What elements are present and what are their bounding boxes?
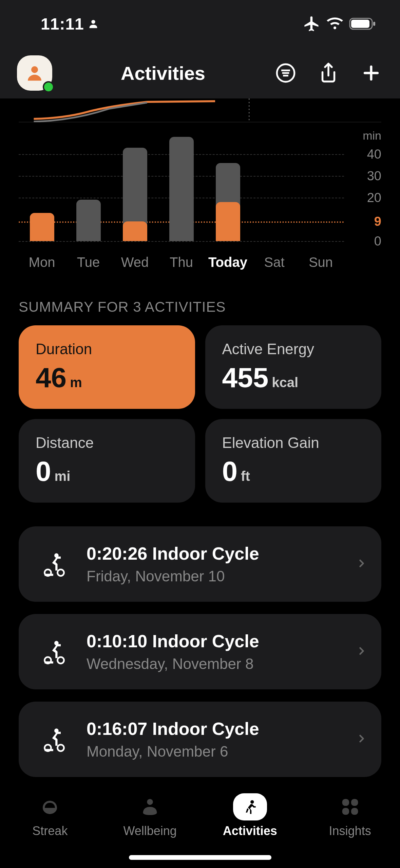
filter-button[interactable]: [274, 61, 298, 85]
metric-card-elevation-gain[interactable]: Elevation Gain0ft: [205, 419, 382, 503]
metric-value: 455: [222, 362, 269, 394]
airplane-mode-icon: [303, 15, 321, 33]
share-icon: [318, 62, 339, 84]
share-button[interactable]: [317, 61, 340, 85]
chevron-right-icon: [356, 733, 368, 746]
baseline-label: 9: [351, 214, 381, 229]
svg-rect-21: [351, 808, 358, 815]
tab-wellbeing[interactable]: Wellbeing: [100, 793, 200, 838]
svg-point-12: [58, 657, 64, 664]
metric-card-distance[interactable]: Distance0mi: [19, 419, 195, 503]
activity-title: 0:20:26 Indoor Cycle: [87, 543, 339, 564]
svg-rect-2: [351, 20, 369, 28]
bar-total: [169, 137, 194, 241]
activity-row[interactable]: 0:20:26 Indoor CycleFriday, November 10: [19, 526, 381, 602]
svg-point-0: [91, 20, 95, 24]
tab-label: Streak: [32, 824, 68, 838]
activity-row[interactable]: 0:16:07 Indoor CycleMonday, November 6: [19, 702, 381, 777]
svg-point-17: [250, 800, 254, 803]
metric-unit: kcal: [272, 375, 298, 390]
battery-icon: [349, 17, 376, 31]
day-label: Sun: [301, 255, 341, 270]
bar-highlighted: [123, 221, 147, 241]
day-label: Sat: [254, 255, 295, 270]
metric-label: Duration: [36, 341, 178, 358]
metric-label: Active Energy: [222, 341, 365, 358]
insights-icon: [337, 793, 364, 820]
tab-insights[interactable]: Insights: [300, 793, 400, 838]
day-label: Mon: [22, 255, 62, 270]
metric-unit: m: [70, 375, 82, 390]
activity-title: 0:16:07 Indoor Cycle: [87, 719, 339, 739]
metric-unit: ft: [241, 469, 250, 484]
svg-point-4: [31, 66, 38, 73]
line-chart-icon: [19, 98, 381, 122]
activity-date: Wednesday, November 8: [87, 655, 339, 672]
metric-card-duration[interactable]: Duration46m: [19, 325, 195, 409]
add-button[interactable]: [359, 61, 383, 85]
gridline: [19, 241, 344, 242]
streak-icon: [36, 793, 63, 820]
online-status-dot: [43, 81, 54, 93]
tab-activities[interactable]: Activities: [200, 793, 300, 838]
chart-time-label: 00:00: [330, 98, 361, 100]
svg-rect-19: [351, 799, 358, 806]
status-time: 11:11: [41, 15, 84, 33]
avatar-icon: [24, 63, 45, 83]
wellbeing-icon: [136, 793, 164, 820]
svg-point-15: [58, 745, 64, 751]
svg-point-9: [58, 569, 64, 576]
metric-label: Elevation Gain: [222, 434, 365, 451]
tab-label: Insights: [329, 824, 371, 838]
svg-rect-18: [342, 799, 349, 806]
tab-label: Wellbeing: [123, 824, 176, 838]
indoor-cycle-icon: [39, 636, 70, 667]
day-label: Thu: [161, 255, 202, 270]
svg-point-16: [147, 799, 153, 805]
svg-rect-20: [342, 808, 349, 815]
page-title: Activities: [62, 62, 264, 84]
person-icon: [88, 18, 99, 30]
chevron-right-icon: [356, 645, 368, 658]
metric-unit: mi: [55, 469, 71, 484]
svg-rect-3: [373, 22, 375, 26]
metric-value: 46: [36, 362, 66, 394]
status-bar: 11:11: [0, 0, 400, 48]
activity-row[interactable]: 0:10:10 Indoor CycleWednesday, November …: [19, 614, 381, 689]
chevron-right-icon: [356, 557, 368, 571]
day-label: Tue: [68, 255, 109, 270]
metric-value: 0: [222, 455, 238, 487]
day-label: Wed: [115, 255, 155, 270]
bar-highlighted: [216, 202, 240, 241]
y-tick-label: 20: [351, 191, 381, 205]
plus-icon: [362, 64, 381, 83]
metric-card-active-energy[interactable]: Active Energy455kcal: [205, 325, 382, 409]
activity-title: 0:10:10 Indoor Cycle: [87, 631, 339, 651]
bar-total: [76, 200, 101, 241]
weekly-chart[interactable]: 00:00 min 02030409 MonTueWedThuTodaySatS…: [0, 98, 400, 275]
indoor-cycle-icon: [39, 549, 70, 579]
metric-label: Distance: [36, 434, 178, 451]
tab-streak[interactable]: Streak: [0, 793, 100, 838]
bar-highlighted: [30, 213, 54, 241]
activity-date: Friday, November 10: [87, 568, 339, 585]
filter-lines-icon: [275, 62, 296, 84]
metric-value: 0: [36, 455, 51, 487]
profile-button[interactable]: [17, 55, 52, 91]
y-tick-label: 40: [351, 147, 381, 162]
activities-icon: [233, 793, 267, 820]
y-tick-label: 0: [351, 234, 381, 249]
home-indicator[interactable]: [129, 855, 271, 860]
y-tick-label: 30: [351, 169, 381, 183]
wifi-icon: [327, 16, 343, 32]
indoor-cycle-icon: [39, 724, 70, 755]
app-header: Activities: [0, 48, 400, 98]
tab-label: Activities: [223, 824, 277, 838]
activity-date: Monday, November 6: [87, 743, 339, 760]
day-label: Today: [208, 255, 248, 270]
summary-heading: SUMMARY FOR 3 ACTIVITIES: [0, 275, 400, 325]
